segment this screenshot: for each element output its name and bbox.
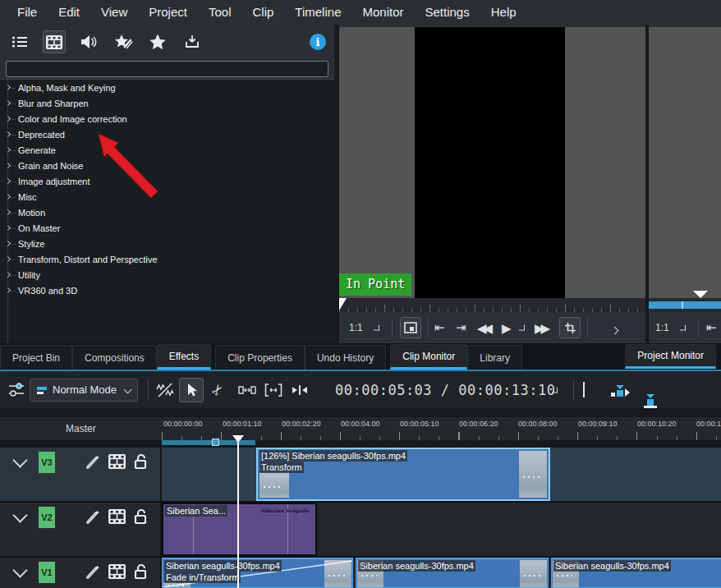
- clip-monitor-seek-ruler[interactable]: [339, 298, 645, 312]
- clip-v3-siberian-seagulls[interactable]: [126%] Siberian seagulls-30fps.mp4 Trans…: [256, 448, 550, 501]
- track-effects-icon[interactable]: [85, 508, 101, 525]
- expander-icon[interactable]: [5, 85, 11, 90]
- play-options-chevron-icon[interactable]: [519, 325, 525, 331]
- zone-toggle-button[interactable]: [400, 317, 421, 338]
- show-all-effects-button[interactable]: [8, 30, 31, 53]
- expander-icon[interactable]: [5, 116, 11, 122]
- expander-icon[interactable]: [5, 194, 11, 200]
- tab-clip-properties[interactable]: Clip Properties: [215, 345, 305, 370]
- set-out-point-icon[interactable]: ⇥: [456, 320, 466, 335]
- menu-edit[interactable]: Edit: [48, 0, 90, 25]
- rewind-icon[interactable]: ◀◀: [477, 322, 493, 334]
- track-v3-badge[interactable]: V3: [39, 452, 55, 473]
- expander-icon[interactable]: [5, 163, 11, 168]
- track-v2-header[interactable]: V2: [0, 503, 161, 556]
- effect-category[interactable]: Generate: [0, 142, 334, 158]
- insert-zone-button[interactable]: [611, 384, 721, 397]
- menu-file[interactable]: File: [7, 0, 48, 25]
- menu-help[interactable]: Help: [480, 0, 527, 25]
- expander-icon[interactable]: [5, 131, 11, 137]
- track-v1-header[interactable]: V1: [0, 558, 161, 588]
- collapse-track-icon[interactable]: [12, 508, 27, 522]
- edit-mode-select[interactable]: Normal Mode: [30, 379, 138, 402]
- zone-handle[interactable]: [212, 439, 219, 446]
- menu-project[interactable]: Project: [138, 0, 198, 25]
- expander-icon[interactable]: [5, 287, 11, 293]
- clip-monitor-playhead[interactable]: [339, 298, 347, 310]
- razor-tool-button[interactable]: ✂: [212, 381, 223, 398]
- expander-icon[interactable]: [5, 225, 11, 231]
- effect-category[interactable]: Stylize: [0, 236, 334, 251]
- lock-track-icon[interactable]: [133, 508, 148, 525]
- timeline-ruler[interactable]: 00:00:00:00 00:00:01:10 00:00:02:20 00:0…: [162, 417, 721, 440]
- hide-track-icon[interactable]: [108, 509, 126, 524]
- effect-category[interactable]: Utility: [0, 267, 334, 283]
- tab-undo-history[interactable]: Undo History: [305, 345, 386, 370]
- mixed-insert-mode-button[interactable]: [583, 383, 585, 397]
- tab-compositions[interactable]: Compositions: [72, 345, 157, 370]
- fast-forward-icon[interactable]: ▶▶: [535, 322, 550, 334]
- menu-clip[interactable]: Clip: [242, 0, 285, 25]
- set-in-point-icon[interactable]: ⇤: [706, 320, 717, 335]
- effect-category[interactable]: Misc: [0, 189, 334, 204]
- mix-clips-button[interactable]: [156, 382, 174, 398]
- selection-tool-button[interactable]: [179, 378, 204, 402]
- set-in-point-icon[interactable]: ⇤: [434, 320, 445, 335]
- effect-category[interactable]: Image adjustment: [0, 173, 334, 189]
- custom-effects-button[interactable]: [112, 30, 135, 53]
- track-effects-icon[interactable]: [85, 453, 101, 470]
- track-v1-badge[interactable]: V1: [39, 562, 55, 583]
- chevron-down-icon[interactable]: [374, 325, 379, 331]
- lock-track-icon[interactable]: [133, 453, 148, 470]
- chevron-down-icon[interactable]: [680, 325, 686, 331]
- spacer-tool-button[interactable]: [238, 384, 256, 396]
- play-icon[interactable]: ▶: [502, 322, 512, 334]
- project-monitor-seek-ruler[interactable]: [649, 298, 721, 312]
- hide-track-icon[interactable]: [108, 564, 126, 579]
- clip-v2-title[interactable]: Siberian Seagulls Siberian Sea...: [162, 503, 317, 556]
- menu-timeline[interactable]: Timeline: [284, 0, 351, 25]
- toolbar-overflow-icon[interactable]: [611, 327, 619, 335]
- expander-icon[interactable]: [5, 100, 11, 106]
- clip-monitor-zoom-level[interactable]: 1:1: [349, 322, 363, 333]
- expander-icon[interactable]: [5, 209, 11, 215]
- effect-category[interactable]: Blur and Sharpen: [0, 95, 334, 111]
- tab-clip-monitor[interactable]: Clip Monitor: [390, 344, 467, 370]
- project-monitor-zoom-bar[interactable]: [649, 301, 721, 309]
- hide-track-icon[interactable]: [108, 454, 126, 469]
- download-effects-button[interactable]: [181, 30, 204, 53]
- lock-track-icon[interactable]: [133, 563, 148, 580]
- project-monitor-playhead[interactable]: [693, 291, 708, 298]
- track-v1-body[interactable]: Siberian seagulls-30fps.mp4 Fade in/Tran…: [162, 558, 721, 588]
- expander-icon[interactable]: [5, 178, 11, 184]
- clip-v1-fade-transform[interactable]: Siberian seagulls-30fps.mp4 Fade in/Tran…: [162, 558, 353, 588]
- effect-category[interactable]: On Master: [0, 220, 334, 236]
- clip-v1-seagulls-2[interactable]: Siberian seagulls-30fps.mp4: [356, 558, 549, 588]
- favorite-effects-button[interactable]: [146, 30, 169, 53]
- menu-view[interactable]: View: [90, 0, 138, 25]
- tab-project-bin[interactable]: Project Bin: [0, 345, 72, 370]
- master-button[interactable]: Master: [0, 417, 162, 440]
- effect-category-color-correction[interactable]: Color and Image correction: [0, 111, 334, 126]
- menu-settings[interactable]: Settings: [415, 0, 480, 25]
- collapse-track-icon[interactable]: [12, 452, 27, 467]
- playhead-marker[interactable]: [232, 435, 244, 443]
- effect-category[interactable]: Grain and Noise: [0, 158, 334, 173]
- effects-search-input[interactable]: [6, 61, 328, 77]
- effect-category[interactable]: Alpha, Mask and Keying: [0, 80, 334, 95]
- collapse-track-icon[interactable]: [12, 563, 27, 577]
- expander-icon[interactable]: [5, 256, 11, 262]
- menu-monitor[interactable]: Monitor: [351, 0, 414, 25]
- track-effects-icon[interactable]: [85, 563, 101, 580]
- expander-icon[interactable]: [5, 241, 11, 246]
- video-effects-button[interactable]: [43, 30, 66, 53]
- menu-tool[interactable]: Tool: [198, 0, 242, 25]
- tab-project-monitor[interactable]: Project Monitor: [625, 344, 716, 369]
- zone-crop-button[interactable]: [559, 317, 581, 338]
- timeline-adjust-button[interactable]: [8, 382, 25, 398]
- effect-category[interactable]: VR360 and 3D: [0, 283, 334, 298]
- tab-effects[interactable]: Effects: [157, 344, 211, 370]
- clip-v1-seagulls-3[interactable]: Siberian seagulls-30fps.mp4: [551, 558, 721, 588]
- effect-category[interactable]: Transform, Distort and Perspective: [0, 251, 334, 267]
- info-icon[interactable]: i: [310, 34, 326, 50]
